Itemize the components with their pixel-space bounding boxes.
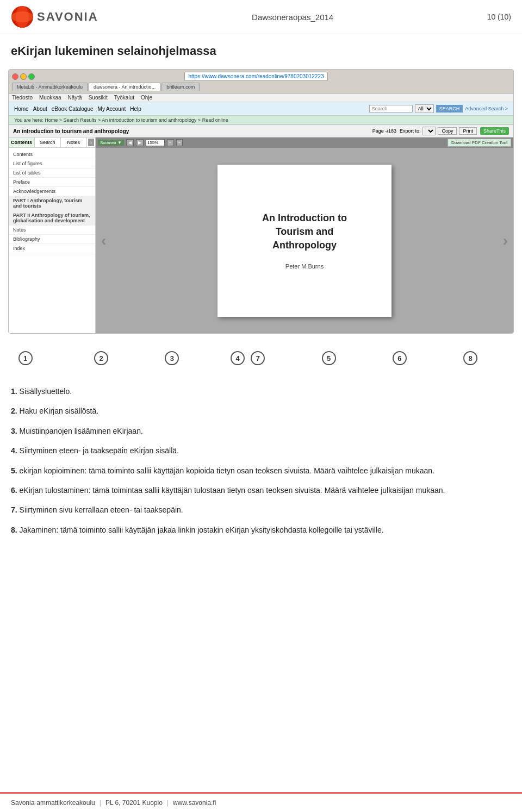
advanced-search-link[interactable]: Advanced Search > [465,106,508,111]
footer-school: Savonia-ammattikorkeakoulu [11,799,95,807]
tab-contents[interactable]: Contents [9,138,35,147]
pdf-zoom-in[interactable]: + [176,139,183,146]
browser-tab-3[interactable]: britlearn.com [161,83,200,91]
zoom-input[interactable] [146,139,165,146]
download-pdf-btn[interactable]: Download PDF Creation Tool [448,139,511,147]
page-footer: Savonia-ammattikorkeakoulu | PL 6, 70201… [0,792,522,812]
address-text: https://www.dawsonera.com/readonline/978… [188,73,324,79]
close-window-btn[interactable] [12,73,18,80]
circle-4: 4 [231,351,245,365]
page-title: eKirjan lukeminen selainohjelmassa [0,34,522,64]
content-section: 1. Sisällysluettelo. 2. Haku eKirjan sis… [0,377,522,552]
item-2: 2. Haku eKirjan sisällöstä. [11,405,511,417]
item-1: 1. Sisällysluettelo. [11,385,511,397]
book-sidebar: Contents Search Notes › Contents List of… [9,138,96,333]
item-4: 4. Siirtyminen eteen- ja taaksepäin eKir… [11,445,511,457]
item-8: 8. Jakaminen: tämä toiminto sallii käytt… [11,524,511,536]
search-category-select[interactable]: All [415,104,434,113]
book-main-area: Suomea ▼ ◀ ▶ − + Download PDF Creation T… [96,138,513,333]
browser-screenshot: https://www.dawsonera.com/readonline/978… [8,69,514,334]
circle-5: 5 [322,351,336,365]
book-page-title: An Introduction toTourism andAnthropolog… [262,211,347,253]
browser-chrome: https://www.dawsonera.com/readonline/978… [9,70,513,93]
site-nav: Home About eBook Catalogue My Account He… [9,102,513,116]
logo-area: SAVONIA [11,5,98,28]
tab-search[interactable]: Search [35,138,61,147]
sidebar-collapse-btn[interactable]: › [88,139,94,146]
sidebar-tabs: Contents Search Notes › [9,138,95,148]
sidebar-item-8[interactable]: Bibliography [9,235,95,244]
book-page-area: ‹ An Introduction toTourism andAnthropol… [96,148,513,333]
sidebar-item-7[interactable]: Notes [9,226,95,235]
next-page-arrow[interactable]: › [503,232,508,249]
sidebar-item-5[interactable]: PART I Anthropology, tourism and tourist… [9,196,95,211]
circle-6: 6 [393,351,407,365]
share-button[interactable]: ShareThis [480,127,509,135]
footer-website: www.savonia.fi [173,799,216,807]
copy-button[interactable]: Copy [438,127,457,135]
browser-titlebar: https://www.dawsonera.com/readonline/978… [12,72,510,81]
doc-title: Dawsoneraopas_2014 [98,13,487,22]
book-page-author: Peter M.Burns [285,263,324,270]
circle-7-center: 7 [251,351,265,365]
pdf-btn-prev[interactable]: ◀ [126,139,134,146]
savonia-logo-icon [11,5,34,28]
circle-1: 1 [18,351,33,365]
search-input[interactable] [369,105,413,113]
sidebar-item-4[interactable]: Acknowledgements [9,187,95,196]
export-area: Export to: Copy Print [400,127,477,135]
menu-nayta[interactable]: Näytä [68,95,82,101]
sidebar-item-6[interactable]: PART II Anthropology of tourism, globali… [9,211,95,226]
nav-account[interactable]: My Account [98,106,126,112]
prev-page-arrow[interactable]: ‹ [101,232,106,249]
nav-help[interactable]: Help [130,106,141,112]
menu-tiedosto[interactable]: Tiedosto [12,95,33,101]
numbered-circles-row: 1 2 3 4 7 5 6 8 [8,345,514,372]
address-bar[interactable]: https://www.dawsonera.com/readonline/978… [184,72,327,81]
nav-about[interactable]: About [33,106,47,112]
menu-ohje[interactable]: Ohje [141,95,152,101]
menu-suosikit[interactable]: Suosikit [89,95,108,101]
nav-search-area: All SEARCH Advanced Search > [369,104,508,113]
export-select[interactable] [422,127,436,135]
search-button[interactable]: SEARCH [436,105,463,113]
export-label: Export to: [400,128,421,134]
circle-3: 3 [165,351,179,365]
item-6: 6. eKirjan tulostaminen: tämä toimintaa … [11,484,511,496]
browser-tabs: MetaLib - Ammattikorkeakoulu dawsonera -… [12,83,510,91]
nav-catalogue[interactable]: eBook Catalogue [52,106,94,112]
browser-menubar: Tiedosto Muokkaa Näytä Suosikit Työkalut… [9,93,513,102]
browser-tab-2[interactable]: dawsonera - An introductio... [89,83,160,91]
footer-address: PL 6, 70201 Kuopio [105,799,163,807]
browser-window-buttons [12,73,35,80]
book-title: An introduction to tourism and anthropol… [13,128,369,134]
nav-home[interactable]: Home [14,106,29,112]
pdf-toolbar-name: Suomea ▼ [98,140,124,146]
book-page-info: Page -/183 [372,128,396,134]
menu-muokkaa[interactable]: Muokkaa [39,95,61,101]
page-header: SAVONIA Dawsoneraopas_2014 10 (10) [0,0,522,34]
svg-point-2 [11,11,33,22]
circle-2: 2 [94,351,108,365]
item-3: 3. Muistiinpanojen lisääminen eKirjaan. [11,425,511,437]
sidebar-item-2[interactable]: List of tables [9,168,95,178]
minimize-window-btn[interactable] [20,73,27,80]
sidebar-item-1[interactable]: List of figures [9,159,95,168]
sidebar-items: Contents List of figures List of tables … [9,148,95,255]
item-7: 7. Siirtyminen sivu kerrallaan eteen- ta… [11,504,511,516]
menu-tyokalut[interactable]: Työkalut [114,95,134,101]
book-viewer: Contents Search Notes › Contents List of… [9,138,513,333]
sidebar-item-9[interactable]: Index [9,244,95,253]
sidebar-item-0[interactable]: Contents [9,150,95,159]
tab-notes[interactable]: Notes [61,138,87,147]
circle-8: 8 [463,351,477,365]
book-topbar: An introduction to tourism and anthropol… [9,125,513,138]
browser-tab-1[interactable]: MetaLib - Ammattikorkeakoulu [12,83,88,91]
sidebar-item-3[interactable]: Preface [9,178,95,187]
maximize-window-btn[interactable] [28,73,35,80]
book-page: An Introduction toTourism andAnthropolog… [217,165,391,317]
pdf-btn-next[interactable]: ▶ [136,139,144,146]
print-button[interactable]: Print [459,127,477,135]
pdf-zoom-out[interactable]: − [167,139,174,146]
page-number: 10 (10) [487,13,511,21]
